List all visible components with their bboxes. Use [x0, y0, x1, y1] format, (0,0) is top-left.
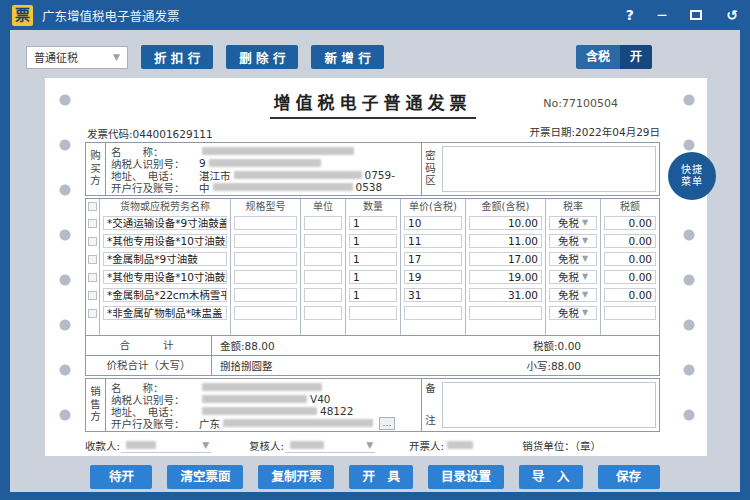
- item-unit-input[interactable]: [304, 234, 342, 248]
- row-checkbox[interactable]: [88, 219, 97, 228]
- remark-label: 备 注: [421, 379, 439, 431]
- item-name-input[interactable]: *交通运输设备*9寸油鼓盖: [103, 216, 227, 230]
- save-button[interactable]: 保存: [598, 465, 660, 489]
- back-icon[interactable]: ↺: [726, 7, 738, 23]
- unit-column: 单位: [301, 199, 346, 335]
- delete-row-button[interactable]: 删 除 行: [226, 45, 298, 69]
- item-qty-input[interactable]: 1: [349, 252, 397, 266]
- item-spec-input[interactable]: [234, 270, 297, 284]
- seller-box: 销售方 名 称： 纳税人识别号： V40 地址、 电: [85, 378, 660, 432]
- item-spec-input[interactable]: [234, 216, 297, 230]
- item-price-input[interactable]: [404, 306, 462, 320]
- app-title: 广东增值税电子普通发票: [42, 6, 180, 25]
- item-unit-input[interactable]: [304, 288, 342, 302]
- item-name-input[interactable]: *其他专用设备*10寸油鼓盖: [103, 270, 227, 284]
- item-spec-input[interactable]: [234, 252, 297, 266]
- item-unit-input[interactable]: [304, 252, 342, 266]
- item-unit-input[interactable]: [304, 306, 342, 320]
- item-name-input[interactable]: *其他专用设备*10寸油鼓盖: [103, 234, 227, 248]
- item-tax-input[interactable]: [604, 306, 656, 320]
- item-tax-input[interactable]: 0.00: [604, 270, 656, 284]
- chevron-down-icon: ▼: [582, 235, 588, 247]
- price-column: 单价(含税) 10 11 17 19 31: [401, 199, 466, 335]
- help-icon[interactable]: ?: [626, 7, 634, 23]
- item-name-input[interactable]: *金属制品*9寸油鼓: [103, 252, 227, 266]
- payee-select[interactable]: ▼: [121, 438, 211, 453]
- item-tax-input[interactable]: 0.00: [604, 288, 656, 302]
- copy-invoice-button[interactable]: 复制开票: [258, 465, 334, 489]
- seller-bank-field[interactable]: 开户行及账号： 广东 …: [111, 417, 416, 429]
- item-spec-input[interactable]: [234, 288, 297, 302]
- tax-rate-select[interactable]: 免税▼: [549, 270, 597, 284]
- tax-rate-select[interactable]: 免税▼: [549, 306, 597, 320]
- issue-button[interactable]: 开 具: [349, 465, 413, 489]
- item-qty-input[interactable]: 1: [349, 234, 397, 248]
- invoice-number: No:77100504: [543, 97, 618, 110]
- item-name-input[interactable]: *金属制品*22cm木柄雪平锅: [103, 288, 227, 302]
- item-tax-input[interactable]: 0.00: [604, 216, 656, 230]
- add-row-button[interactable]: 新 增 行: [311, 45, 383, 69]
- pending-button[interactable]: 待开: [90, 465, 152, 489]
- item-price-input[interactable]: 10: [404, 216, 462, 230]
- toolbar: 普通征税 ▼ 折 扣 行 删 除 行 新 增 行 含税 开: [26, 44, 724, 70]
- row-checkbox[interactable]: [88, 202, 97, 211]
- row-checkbox[interactable]: [88, 255, 97, 264]
- invoice-content: 增值税电子普通发票 No:77100504 发票代码:044001629111 …: [85, 84, 660, 452]
- redacted-value: [202, 395, 307, 403]
- items-table: 货物或应税劳务名称 *交通运输设备*9寸油鼓盖 *其他专用设备*10寸油鼓盖 *…: [85, 198, 660, 376]
- minimize-icon[interactable]: ─: [658, 7, 666, 23]
- row-checkbox[interactable]: [88, 273, 97, 282]
- item-amount-input[interactable]: 31.00: [469, 288, 542, 302]
- discount-row-button[interactable]: 折 扣 行: [141, 45, 213, 69]
- item-unit-input[interactable]: [304, 216, 342, 230]
- catalog-settings-button[interactable]: 目录设置: [428, 465, 504, 489]
- grand-total-label: 价税合计（大写）: [86, 356, 212, 375]
- item-price-input[interactable]: 19: [404, 270, 462, 284]
- payee-label: 收款人:: [85, 438, 120, 453]
- item-amount-input[interactable]: 11.00: [469, 234, 542, 248]
- checkbox-column: [86, 199, 100, 335]
- item-price-input[interactable]: 31: [404, 288, 462, 302]
- restore-icon[interactable]: [690, 10, 702, 20]
- buyer-bank-field[interactable]: 开户行及账号： 中 0538: [111, 181, 416, 193]
- item-tax-input[interactable]: 0.00: [604, 252, 656, 266]
- app-logo-icon: 票: [12, 5, 33, 26]
- clear-invoice-button[interactable]: 清空票面: [167, 465, 243, 489]
- item-price-input[interactable]: 17: [404, 252, 462, 266]
- redacted-value: [126, 441, 156, 449]
- import-button[interactable]: 导 入: [519, 465, 583, 489]
- row-checkbox[interactable]: [88, 237, 97, 246]
- tax-rate-select[interactable]: 免税▼: [549, 216, 597, 230]
- amount-column: 金额(含税) 10.00 11.00 17.00 19.00 31.00: [466, 199, 546, 335]
- item-tax-input[interactable]: 0.00: [604, 234, 656, 248]
- reviewer-select[interactable]: ▼: [285, 438, 375, 453]
- item-qty-input[interactable]: [349, 306, 397, 320]
- row-checkbox[interactable]: [88, 291, 97, 300]
- item-qty-input[interactable]: 1: [349, 270, 397, 284]
- tax-mode-select[interactable]: 普通征税 ▼: [26, 46, 128, 69]
- column-header: 单位: [301, 199, 345, 214]
- item-name-input[interactable]: *非金属矿物制品*味盅盖: [103, 306, 227, 320]
- total-amount: 金额:88.00: [220, 338, 275, 353]
- item-amount-input[interactable]: 17.00: [469, 252, 542, 266]
- browse-button[interactable]: …: [379, 417, 395, 430]
- redacted-value: [290, 441, 324, 449]
- tax-rate-select[interactable]: 免税▼: [549, 252, 597, 266]
- item-amount-input[interactable]: [469, 306, 542, 320]
- password-zone-box[interactable]: [442, 146, 656, 192]
- tax-rate-select[interactable]: 免税▼: [549, 234, 597, 248]
- item-spec-input[interactable]: [234, 234, 297, 248]
- quick-menu-button[interactable]: 快捷 菜单: [668, 152, 716, 200]
- item-qty-input[interactable]: 1: [349, 216, 397, 230]
- item-qty-input[interactable]: 1: [349, 288, 397, 302]
- tax-included-toggle[interactable]: 含税 开: [576, 45, 652, 69]
- item-spec-input[interactable]: [234, 306, 297, 320]
- tax-rate-select[interactable]: 免税▼: [549, 288, 597, 302]
- item-amount-input[interactable]: 19.00: [469, 270, 542, 284]
- row-checkbox[interactable]: [88, 309, 97, 318]
- remark-box[interactable]: [442, 382, 656, 428]
- column-header: 税率: [546, 199, 600, 214]
- item-unit-input[interactable]: [304, 270, 342, 284]
- item-price-input[interactable]: 11: [404, 234, 462, 248]
- item-amount-input[interactable]: 10.00: [469, 216, 542, 230]
